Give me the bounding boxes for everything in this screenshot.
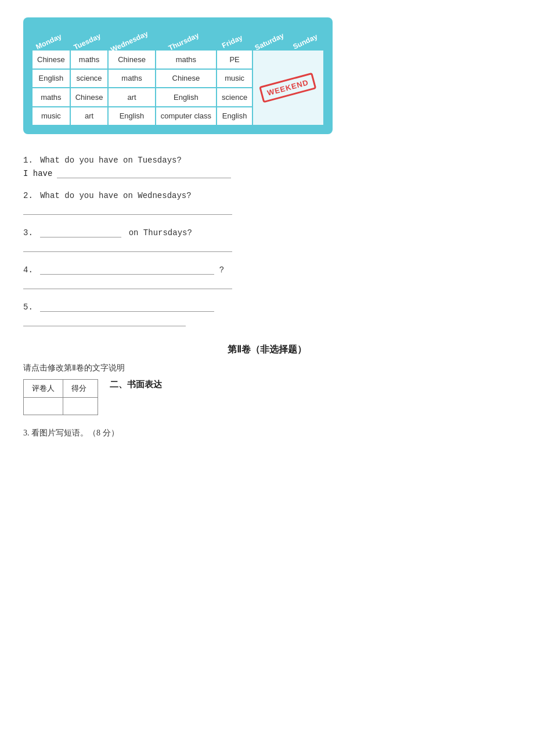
- grader-header-label: 评卷人: [24, 380, 63, 398]
- question-2: 2. What do you have on Wednesdays?: [23, 191, 511, 215]
- header-thursday: Thursday: [156, 24, 217, 50]
- section3-text: 3. 看图片写短语。（8 分）: [23, 428, 511, 438]
- timetable-cell-2-3: English: [156, 88, 217, 107]
- grader-area: 评卷人 得分 二、书面表达: [23, 379, 511, 422]
- grader-score-cell[interactable]: [63, 398, 98, 415]
- answer-line-2[interactable]: [23, 205, 232, 215]
- answer-blank-4[interactable]: [40, 265, 214, 275]
- timetable-cell-2-2: art: [108, 88, 155, 107]
- question-3: 3. on Thursdays?: [23, 228, 511, 252]
- timetable-cell-1-2: maths: [108, 69, 155, 88]
- part-ii-section: 第Ⅱ卷（非选择题） 请点击修改第Ⅱ卷的文字说明 评卷人 得分 二、书面表达 3.…: [23, 344, 511, 438]
- answer-prefix-1: I have: [23, 169, 52, 178]
- question-5: 5.: [23, 302, 511, 326]
- header-saturday: Saturday: [252, 24, 291, 50]
- question-4: 4. ?: [23, 265, 511, 289]
- header-wednesday: Wednesday: [108, 24, 155, 50]
- timetable-cell-3-1: art: [70, 107, 109, 126]
- answer-blank-5[interactable]: [40, 302, 214, 312]
- timetable-cell-0-0: Chinese: [32, 50, 70, 69]
- header-tuesday: Tuesday: [70, 24, 109, 50]
- timetable-cell-0-1: maths: [70, 50, 109, 69]
- timetable-cell-1-1: science: [70, 69, 109, 88]
- header-friday: Friday: [217, 24, 252, 50]
- question-2-text: 2. What do you have on Wednesdays?: [23, 191, 511, 200]
- answer-line-4[interactable]: [23, 279, 232, 289]
- header-monday: Monday: [32, 24, 70, 50]
- grader-table: 评卷人 得分: [23, 379, 98, 415]
- grader-score-label: 得分: [63, 380, 98, 398]
- timetable: Monday Tuesday Wednesday Thursday Friday…: [31, 24, 324, 126]
- question-3-text: 3. on Thursdays?: [23, 228, 511, 237]
- subsection-label: 二、书面表达: [110, 379, 162, 390]
- answer-line-1[interactable]: [57, 168, 231, 178]
- timetable-cell-0-5: WEEKEND: [252, 50, 324, 125]
- timetable-container: Monday Tuesday Wednesday Thursday Friday…: [23, 17, 333, 134]
- timetable-cell-3-4: English: [217, 107, 252, 126]
- grader-data-row: [24, 398, 98, 415]
- questions-section: 1. What do you have on Tuesdays? I have …: [23, 156, 511, 326]
- timetable-cell-2-1: Chinese: [70, 88, 109, 107]
- question-5-text: 5.: [23, 302, 511, 312]
- timetable-cell-3-3: computer class: [156, 107, 217, 126]
- timetable-cell-0-3: maths: [156, 50, 217, 69]
- answer-line-3[interactable]: [23, 242, 232, 252]
- grader-header-row: 评卷人 得分: [24, 380, 98, 398]
- timetable-cell-3-0: music: [32, 107, 70, 126]
- timetable-cell-2-4: science: [217, 88, 252, 107]
- part-ii-title: 第Ⅱ卷（非选择题）: [23, 344, 511, 356]
- grader-name-cell[interactable]: [24, 398, 63, 415]
- question-1-text: 1. What do you have on Tuesdays?: [23, 156, 511, 165]
- answer-blank-3[interactable]: [40, 228, 121, 237]
- timetable-cell-0-4: PE: [217, 50, 252, 69]
- timetable-header-row: Monday Tuesday Wednesday Thursday Friday…: [32, 24, 324, 50]
- timetable-row-0: ChinesemathsChinesemathsPEWEEKEND: [32, 50, 324, 69]
- timetable-cell-3-2: English: [108, 107, 155, 126]
- timetable-cell-1-0: English: [32, 69, 70, 88]
- question-1: 1. What do you have on Tuesdays? I have: [23, 156, 511, 178]
- question-4-text: 4. ?: [23, 265, 511, 275]
- part-ii-instruction[interactable]: 请点击修改第Ⅱ卷的文字说明: [23, 363, 511, 373]
- timetable-cell-2-0: maths: [32, 88, 70, 107]
- weekend-stamp: WEEKEND: [259, 73, 317, 103]
- answer-line-5[interactable]: [23, 316, 186, 326]
- timetable-cell-1-4: music: [217, 69, 252, 88]
- header-sunday: Sunday: [291, 24, 324, 50]
- timetable-cell-1-3: Chinese: [156, 69, 217, 88]
